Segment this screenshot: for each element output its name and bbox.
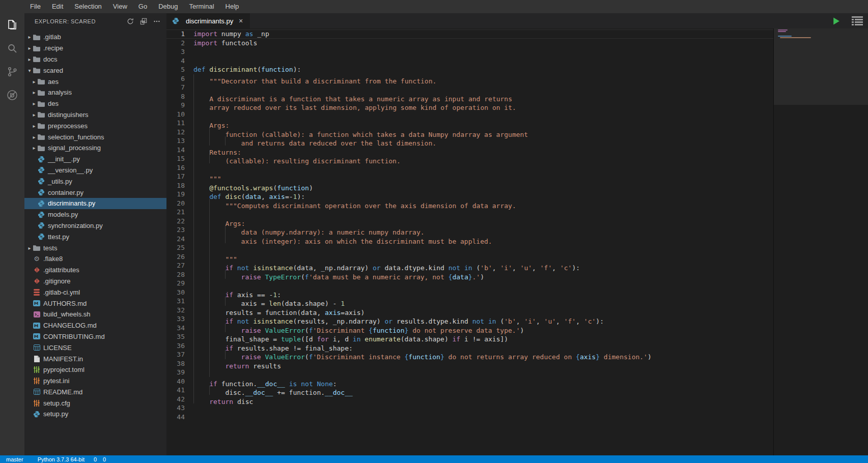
menu-selection[interactable]: Selection [69,0,107,13]
menu-terminal[interactable]: Terminal [183,0,219,13]
code-line-15[interactable]: 15(callable): resulting discriminant fun… [166,154,773,163]
file-CHANGELOG.md[interactable]: CHANGELOG.md [24,320,166,331]
code-line-30[interactable]: 30if axis == -1: [166,288,773,297]
file-LICENSE[interactable]: LICENSE [24,342,166,353]
code-line-43[interactable]: 43 [166,403,773,413]
code-line-5[interactable]: 5def discriminant(function): [166,65,773,74]
indent-guide [209,208,225,217]
code-line-44[interactable]: 44 [166,413,773,422]
folder-distinguishers[interactable]: ▸distinguishers [24,109,166,121]
code-line-37[interactable]: 37raise ValueError(f'Discriminant instan… [166,350,773,359]
close-icon[interactable]: × [237,17,245,25]
code-line-9[interactable]: 9array reduced over its last dimension, … [166,101,773,110]
search-icon[interactable] [0,37,24,60]
file-.gitignore[interactable]: .gitignore [24,276,166,287]
code-line-4[interactable]: 4 [166,56,773,66]
folder-docs[interactable]: ▸docs [24,54,166,65]
menu-go[interactable]: Go [133,0,153,13]
folder-preprocesses[interactable]: ▸preprocesses [24,120,166,131]
file-pyproject.toml[interactable]: pyproject.toml [24,364,166,375]
code-line-27[interactable]: 27if not isinstance(data, _np.ndarray) o… [166,261,773,270]
page-icon [33,356,41,362]
code-line-3[interactable]: 3 [166,47,773,56]
file-synchronization.py[interactable]: synchronization.py [24,220,166,232]
code-line-20[interactable]: 20"""Computes discriminant operation ove… [166,199,773,208]
file-CONTRIBUTING.md[interactable]: CONTRIBUTING.md [24,331,166,342]
code-line-6[interactable]: 6"""Decorator that build a discriminant … [166,74,773,83]
more-actions-icon[interactable] [153,18,160,25]
file-.flake8[interactable]: ⚙.flake8 [24,253,166,265]
folder-.gitlab[interactable]: ▸.gitlab [24,32,166,43]
file-setup.py[interactable]: setup.py [24,409,166,420]
folder-signal_processing[interactable]: ▸signal_processing [24,142,166,154]
file-pytest.ini[interactable]: pytest.ini [24,375,166,387]
code-line-24[interactable]: 24axis (integer): axis on which the disc… [166,235,773,244]
code-line-31[interactable]: 31axis = len(data.shape) - 1 [166,297,773,306]
code-editor[interactable]: 1import numpy as _np2import functools3 4… [166,28,773,455]
folder-scared[interactable]: ▾scared [24,65,166,76]
chevron-right-icon: ▸ [31,79,37,84]
file-MANIFEST.in[interactable]: MANIFEST.in [24,353,166,364]
file-_utils.py[interactable]: _utils.py [24,176,166,187]
code-line-33[interactable]: 33if not isinstance(results, _np.ndarray… [166,314,773,324]
tab-discriminants[interactable]: discriminants.py × [166,13,250,28]
explorer-header: EXPLORER: SCARED [24,13,166,30]
code-line-41[interactable]: 41disc.__doc__ += function.__doc__ [166,386,773,395]
code-line-23[interactable]: 23data (numpy.ndarray): a numeric numpy … [166,225,773,235]
folder-analysis[interactable]: ▸analysis [24,87,166,98]
file-discriminants.py[interactable]: discriminants.py [24,198,166,209]
problems-status[interactable]: 0 0 [92,455,106,463]
menu-help[interactable]: Help [220,0,245,13]
file-setup.cfg[interactable]: setup.cfg [24,397,166,409]
code-line-1[interactable]: 1import numpy as _np [166,30,773,39]
code-line-18[interactable]: 18@functools.wraps(function) [166,181,773,190]
git-branch-status[interactable]: master [4,455,23,463]
code-line-34[interactable]: 34raise ValueError(f'Discriminant {funct… [166,324,773,333]
code-line-40[interactable]: 40if function.__doc__ is not None: [166,377,773,386]
file-README.md[interactable]: README.md [24,387,166,398]
menu-debug[interactable]: Debug [153,0,183,13]
folder-.recipe[interactable]: ▸.recipe [24,43,166,54]
menu-edit[interactable]: Edit [46,0,69,13]
python-interpreter-status[interactable]: Python 3.7.3 64-bit [38,455,85,463]
folder-icon [37,123,45,129]
file-AUTHORS.md[interactable]: AUTHORS.md [24,298,166,309]
code-line-19[interactable]: 19def disc(data, axis=-1): [166,190,773,199]
minimap[interactable] [773,28,868,455]
code-line-12[interactable]: 12function (callable): a function which … [166,128,773,137]
code-line-17[interactable]: 17""" [166,172,773,181]
refresh-icon[interactable] [127,18,134,25]
code-line-32[interactable]: 32results = function(data, axis=axis) [166,306,773,315]
menu-view[interactable]: View [107,0,133,13]
line-number: 2 [166,39,185,48]
line-number: 4 [166,56,185,66]
code-line-2[interactable]: 2import functools [166,39,773,48]
minimap-slider[interactable] [774,28,868,105]
explorer-icon[interactable] [0,13,24,37]
debug-icon[interactable] [0,83,24,107]
folder-aes[interactable]: ▸aes [24,76,166,87]
run-button[interactable] [832,17,841,25]
folder-tests[interactable]: ▸tests [24,242,166,253]
file-container.py[interactable]: container.py [24,187,166,198]
file-ttest.py[interactable]: ttest.py [24,231,166,242]
code-line-8[interactable]: 8A discriminant is a function that takes… [166,92,773,101]
code-line-26[interactable]: 26""" [166,252,773,262]
list-icon[interactable] [852,16,863,25]
folder-des[interactable]: ▸des [24,98,166,109]
code-line-22[interactable]: 22Args: [166,217,773,226]
code-line-28[interactable]: 28raise TypeError(f'data must be a numer… [166,270,773,279]
file-__version__.py[interactable]: __version__.py [24,165,166,176]
file-.gitlab-ci.yml[interactable]: .gitlab-ci.yml [24,286,166,298]
source-control-icon[interactable] [0,60,24,83]
code-line-11[interactable]: 11Args: [166,119,773,128]
line-number: 36 [166,341,185,351]
file-__init__.py[interactable]: __init__.py [24,154,166,165]
code-line-35[interactable]: 35final_shape = tuple([d for i, d in enu… [166,332,773,341]
folder-selection_functions[interactable]: ▸selection_functions [24,131,166,142]
file-.gitattributes[interactable]: .gitattributes [24,265,166,276]
file-models.py[interactable]: models.py [24,209,166,220]
collapse-folders-icon[interactable] [140,18,147,25]
file-build_wheels.sh[interactable]: build_wheels.sh [24,309,166,320]
menu-file[interactable]: File [24,0,46,13]
